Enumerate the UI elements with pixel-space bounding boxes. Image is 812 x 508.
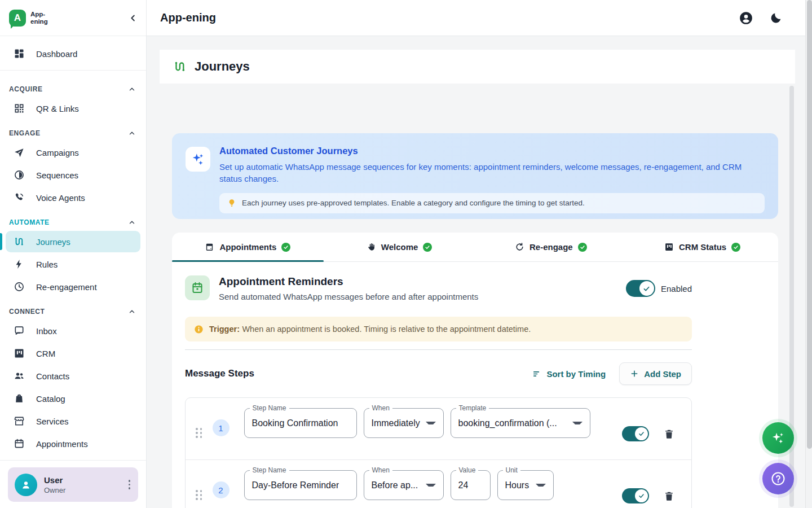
moon-icon (769, 11, 783, 25)
section-header-engage[interactable]: ENGAGE (0, 120, 146, 141)
people-icon (14, 370, 25, 382)
route-icon (173, 60, 187, 73)
banner-title: Automated Customer Journeys (219, 146, 765, 156)
sparkles-icon (186, 147, 210, 172)
drag-handle-icon[interactable] (196, 490, 202, 500)
sidebar-item-dashboard[interactable]: Dashboard (6, 43, 140, 64)
user-role: Owner (44, 486, 65, 494)
value-input[interactable]: Value 24 (451, 470, 491, 500)
account-button[interactable] (739, 11, 753, 25)
tip-text: Each journey uses pre-approved templates… (242, 199, 585, 207)
appointments-panel: Appointment Reminders Send automated Wha… (172, 262, 778, 508)
calendar-tile-icon (185, 275, 210, 300)
plus-icon (630, 369, 639, 378)
storefront-icon (14, 415, 25, 427)
step-name-input[interactable]: Step Name Booking Confirmation (244, 408, 357, 438)
chevron-up-icon (128, 129, 136, 137)
step-toggle[interactable] (622, 426, 649, 441)
sidebar-item-qr-links[interactable]: QR & Links (6, 98, 140, 119)
person-icon (20, 479, 32, 491)
trash-icon (664, 491, 674, 501)
tab-welcome[interactable]: Welcome (324, 233, 475, 261)
tip-box: Each journey uses pre-approved templates… (219, 193, 765, 213)
sort-by-timing-button[interactable]: Sort by Timing (532, 369, 606, 379)
sidebar-item-journeys[interactable]: Journeys (6, 231, 140, 252)
info-icon (194, 325, 204, 334)
page-title-bar: Journeys (160, 50, 795, 84)
kanban-icon (14, 348, 25, 359)
when-select[interactable]: When Immediately (364, 408, 444, 438)
help-icon (770, 471, 786, 487)
sidebar-item-campaigns[interactable]: Campaigns (6, 142, 140, 163)
user-menu-button[interactable] (126, 478, 133, 492)
page-title: Journeys (195, 59, 250, 74)
sidebar-item-contacts[interactable]: Contacts (6, 365, 140, 387)
unit-select[interactable]: Unit Hours (497, 470, 554, 500)
divider (0, 70, 146, 71)
app-logo-text: App-ening (30, 11, 48, 24)
step-row-1: 1 Step Name Booking Confirmation When Im… (186, 398, 691, 459)
drag-handle-icon[interactable] (196, 428, 202, 438)
step-name-input[interactable]: Step Name Day-Before Reminder (244, 470, 357, 500)
trigger-banner: Trigger: When an appointment is booked. … (185, 317, 692, 341)
sort-icon (532, 369, 542, 379)
sidebar-item-sequences[interactable]: Sequences (6, 164, 140, 186)
sidebar-item-crm[interactable]: CRM (6, 343, 140, 364)
message-steps-title: Message Steps (185, 368, 254, 379)
sidebar-item-label: Services (36, 417, 69, 426)
tab-re-engage[interactable]: Re-engage (475, 233, 627, 261)
dropdown-caret-icon (426, 484, 436, 487)
sidebar-item-rules[interactable]: Rules (6, 253, 140, 275)
shopping-bag-icon (14, 393, 25, 404)
sidebar-item-inbox[interactable]: Inbox (6, 320, 140, 341)
tab-crm-status[interactable]: CRM Status (626, 233, 778, 261)
tab-label: CRM Status (679, 242, 726, 252)
bolt-icon (14, 259, 25, 270)
help-button[interactable] (762, 463, 794, 494)
kanban-icon (664, 242, 674, 252)
divider (185, 349, 692, 350)
scroll-area: Automated Customer Journeys Set up autom… (147, 86, 805, 508)
phone-icon (14, 192, 25, 203)
template-select[interactable]: Template booking_confirmation (... (451, 408, 590, 438)
sidebar-item-re-engagement[interactable]: Re-engagement (6, 276, 140, 297)
sidebar-item-label: Campaigns (36, 148, 79, 157)
sidebar-footer: User Owner (0, 460, 146, 508)
banner-text: Set up automatic WhatsApp message sequen… (219, 161, 765, 185)
tab-appointments[interactable]: Appointments (172, 233, 324, 261)
section-subtitle: Send automated WhatsApp messages before … (219, 292, 478, 301)
check-icon (638, 492, 645, 500)
user-card[interactable]: User Owner (8, 467, 138, 502)
sidebar-collapse-button[interactable] (128, 13, 138, 23)
check-icon (642, 284, 651, 293)
dashboard-icon (14, 48, 25, 59)
sidebar-item-catalog[interactable]: Catalog (6, 388, 140, 409)
window-scrollbar[interactable] (805, 0, 812, 508)
scrollbar-thumb[interactable] (807, 0, 812, 449)
delete-step-button[interactable] (664, 491, 674, 501)
add-step-button[interactable]: Add Step (619, 362, 692, 385)
sidebar-item-voice-agents[interactable]: Voice Agents (6, 187, 140, 208)
lightbulb-icon (227, 199, 236, 208)
enabled-toggle[interactable] (626, 280, 655, 297)
sidebar-item-services[interactable]: Services (6, 410, 140, 432)
chevron-up-icon (128, 308, 136, 316)
sidebar-item-label: Catalog (36, 394, 65, 404)
section-header-connect[interactable]: CONNECT (0, 299, 146, 319)
section-header-acquire[interactable]: ACQUIRE (0, 76, 146, 97)
delete-step-button[interactable] (664, 428, 674, 439)
chevron-up-icon (128, 85, 136, 93)
tab-label: Re-engage (529, 242, 573, 252)
step-toggle[interactable] (622, 488, 649, 503)
step-number-badge: 2 (213, 481, 230, 498)
sidebar-item-label: Journeys (36, 237, 70, 247)
dropdown-caret-icon (426, 422, 436, 424)
theme-toggle-button[interactable] (769, 11, 783, 25)
when-select[interactable]: When Before ap... (364, 470, 444, 500)
ai-assistant-button[interactable] (762, 422, 794, 454)
section-header-automate[interactable]: AUTOMATE (0, 209, 146, 230)
sidebar-item-appointments[interactable]: Appointments (6, 433, 140, 454)
chevron-up-icon (128, 218, 136, 226)
sidebar-item-label: Contacts (36, 371, 69, 381)
send-icon (14, 147, 25, 158)
